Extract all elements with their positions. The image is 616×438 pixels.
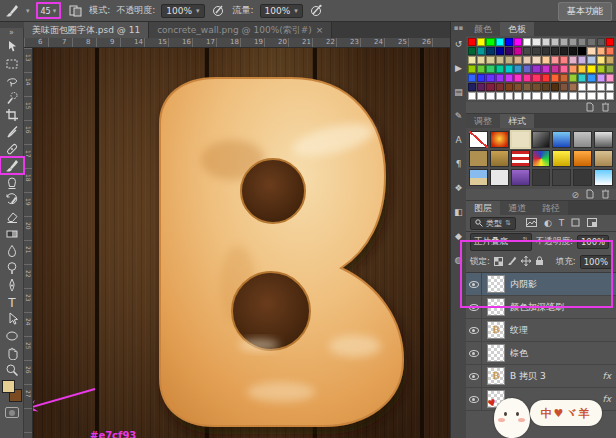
color-swatch[interactable]	[569, 74, 577, 82]
history-icon[interactable]: ↺	[451, 32, 467, 56]
clone-source-icon[interactable]: ✎	[451, 104, 467, 128]
color-swatch[interactable]	[587, 56, 595, 64]
color-swatch[interactable]	[578, 65, 586, 73]
tab-adjustments[interactable]: 调整	[466, 114, 500, 128]
shape-tool[interactable]	[0, 327, 24, 344]
color-swatch[interactable]	[532, 56, 540, 64]
flow-field[interactable]: 100% ▾	[260, 4, 303, 18]
color-swatch[interactable]	[597, 56, 605, 64]
color-swatch[interactable]	[597, 47, 605, 55]
airbrush-icon[interactable]	[309, 3, 325, 19]
color-swatch[interactable]	[597, 65, 605, 73]
color-swatch[interactable]	[569, 38, 577, 46]
blur-tool[interactable]	[0, 242, 24, 259]
zoom-tool[interactable]	[0, 361, 24, 378]
color-swatch[interactable]	[542, 74, 550, 82]
color-swatch[interactable]	[578, 56, 586, 64]
lock-position-icon[interactable]	[521, 256, 531, 268]
color-swatch[interactable]	[532, 83, 540, 91]
color-swatch[interactable]	[560, 56, 568, 64]
dodge-tool[interactable]	[0, 259, 24, 276]
layer-row[interactable]: 棕色	[466, 342, 616, 365]
color-swatch[interactable]	[486, 74, 494, 82]
color-swatch[interactable]	[597, 38, 605, 46]
color-swatch[interactable]	[468, 47, 476, 55]
lock-transparency-icon[interactable]	[494, 257, 503, 268]
layer-visibility-eye-icon[interactable]	[466, 273, 482, 295]
color-swatch[interactable]	[551, 92, 559, 100]
gradient-tool[interactable]	[0, 225, 24, 242]
color-swatch[interactable]	[551, 83, 559, 91]
color-swatch[interactable]	[606, 47, 614, 55]
color-swatch[interactable]	[523, 38, 531, 46]
style-thumbnail[interactable]	[532, 169, 551, 186]
new-style-icon[interactable]	[585, 189, 595, 201]
color-swatch[interactable]	[505, 74, 513, 82]
path-select-tool[interactable]	[0, 310, 24, 327]
style-thumbnail[interactable]	[573, 169, 592, 186]
filter-type-icon[interactable]: T	[559, 218, 565, 228]
properties-panel-icon[interactable]: ◧	[451, 200, 467, 224]
style-thumbnail[interactable]	[552, 169, 571, 186]
color-swatch[interactable]	[468, 38, 476, 46]
tab-color[interactable]: 颜色	[466, 22, 500, 36]
pen-tool[interactable]	[0, 276, 24, 293]
tab-paths[interactable]: 路径	[534, 201, 568, 215]
color-swatch[interactable]	[606, 65, 614, 73]
color-swatch[interactable]	[477, 56, 485, 64]
color-swatch[interactable]	[514, 47, 522, 55]
color-swatch[interactable]	[569, 56, 577, 64]
history-brush-tool[interactable]	[0, 191, 24, 208]
color-swatch[interactable]	[578, 83, 586, 91]
style-thumbnail[interactable]	[532, 150, 551, 167]
brush-preset-arrow-icon[interactable]: ▾	[53, 7, 57, 15]
layer-row[interactable]: B纹理	[466, 319, 616, 342]
color-swatch[interactable]	[523, 74, 531, 82]
color-swatch[interactable]	[532, 74, 540, 82]
color-swatch[interactable]	[505, 65, 513, 73]
color-swatch[interactable]	[486, 38, 494, 46]
color-swatch[interactable]	[486, 47, 494, 55]
color-swatch[interactable]	[551, 47, 559, 55]
color-swatch[interactable]	[496, 74, 504, 82]
color-swatch[interactable]	[597, 74, 605, 82]
color-swatch[interactable]	[551, 65, 559, 73]
style-thumbnail[interactable]	[469, 150, 488, 167]
style-thumbnail[interactable]	[511, 131, 530, 148]
filter-adjustment-icon[interactable]: ◐	[544, 218, 552, 228]
style-thumbnail[interactable]	[594, 131, 613, 148]
color-swatch[interactable]	[560, 38, 568, 46]
color-swatch[interactable]	[505, 38, 513, 46]
style-thumbnail[interactable]	[469, 131, 488, 148]
color-swatch[interactable]	[560, 83, 568, 91]
canvas[interactable]: #e7cf93	[33, 48, 450, 438]
crop-tool[interactable]	[0, 106, 24, 123]
vertical-ruler[interactable]: 131415161718192021222324252627	[24, 48, 33, 438]
color-swatch[interactable]	[569, 92, 577, 100]
style-thumbnail[interactable]	[552, 150, 571, 167]
layer-thumbnail[interactable]	[487, 344, 505, 362]
type-tool[interactable]: T	[0, 293, 24, 310]
layer-thumbnail[interactable]: B	[487, 367, 505, 385]
layer-visibility-eye-icon[interactable]	[466, 296, 482, 318]
style-thumbnail[interactable]	[573, 131, 592, 148]
healing-brush-tool[interactable]	[0, 140, 24, 157]
color-swatch[interactable]	[578, 74, 586, 82]
color-swatch[interactable]	[542, 83, 550, 91]
color-swatch[interactable]	[514, 38, 522, 46]
color-swatch[interactable]	[560, 47, 568, 55]
color-swatch[interactable]	[569, 47, 577, 55]
toggle-brush-panel-icon[interactable]	[67, 3, 83, 19]
color-swatch[interactable]	[523, 56, 531, 64]
color-swatch[interactable]	[486, 56, 494, 64]
color-swatch[interactable]	[468, 74, 476, 82]
clear-style-icon[interactable]: ⊘	[571, 190, 579, 200]
info-panel-icon[interactable]: ◆	[451, 224, 467, 248]
color-swatch[interactable]	[496, 92, 504, 100]
lock-all-icon[interactable]	[535, 256, 544, 268]
color-swatch[interactable]	[587, 47, 595, 55]
doc-tab-concrete[interactable]: concrete_wall.png @ 100%(索引#) ×	[149, 22, 332, 38]
color-swatch[interactable]	[505, 92, 513, 100]
dock-grip-icon[interactable]: ▪▪	[454, 24, 464, 32]
style-thumbnail[interactable]	[532, 131, 551, 148]
